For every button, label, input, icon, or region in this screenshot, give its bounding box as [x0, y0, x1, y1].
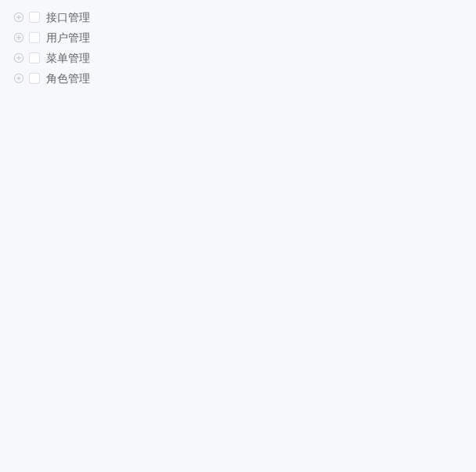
- expand-plus-icon[interactable]: [13, 73, 24, 84]
- expand-plus-icon[interactable]: [13, 52, 24, 63]
- tree-node[interactable]: 菜单管理: [13, 48, 476, 68]
- checkbox[interactable]: [29, 12, 40, 23]
- expand-plus-icon[interactable]: [13, 32, 24, 43]
- tree-node[interactable]: 接口管理: [13, 7, 476, 27]
- expand-plus-icon[interactable]: [13, 12, 24, 23]
- checkbox[interactable]: [29, 52, 40, 63]
- tree-node[interactable]: 用户管理: [13, 27, 476, 48]
- node-label: 用户管理: [46, 27, 90, 48]
- checkbox[interactable]: [29, 32, 40, 43]
- node-label: 角色管理: [46, 68, 90, 88]
- tree-node[interactable]: 角色管理: [13, 68, 476, 88]
- node-label: 菜单管理: [46, 48, 90, 68]
- tree-root: 接口管理 用户管理 菜单管理 角色管理: [13, 7, 476, 88]
- node-label: 接口管理: [46, 7, 90, 27]
- checkbox[interactable]: [29, 73, 40, 84]
